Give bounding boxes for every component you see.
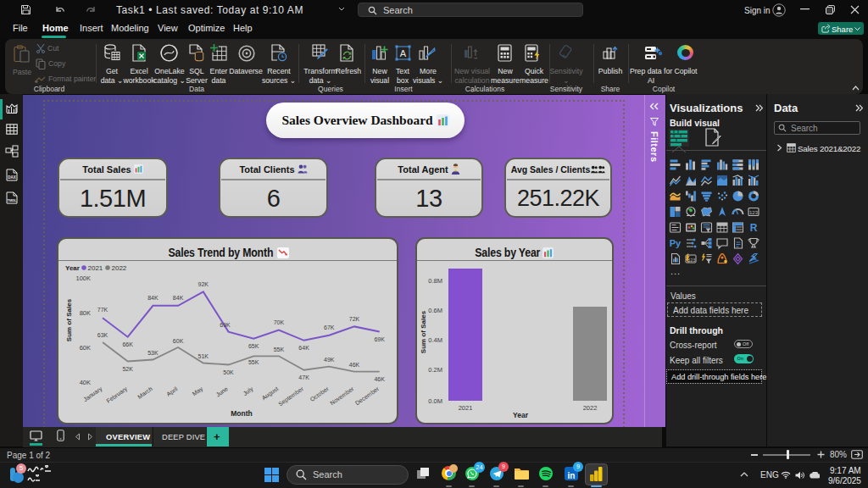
svg-text:0.2M: 0.2M (428, 366, 442, 374)
svg-text:May: May (192, 385, 205, 397)
svg-text:51K: 51K (198, 353, 209, 359)
svg-text:47K: 47K (298, 374, 309, 380)
svg-text:2022: 2022 (112, 264, 127, 272)
svg-text:April: April (165, 385, 179, 398)
svg-text:77K: 77K (97, 307, 108, 313)
svg-text:55K: 55K (248, 359, 259, 365)
svg-text:0.4M: 0.4M (428, 336, 442, 344)
svg-text:64K: 64K (298, 345, 309, 351)
svg-text:Year: Year (65, 264, 80, 272)
svg-text:53K: 53K (147, 350, 159, 356)
svg-text:60K: 60K (173, 338, 184, 344)
svg-text:84K: 84K (173, 295, 184, 301)
svg-text:63K: 63K (97, 332, 108, 338)
svg-text:DAX: DAX (8, 175, 16, 180)
svg-text:69K: 69K (374, 336, 385, 342)
svg-text:Py: Py (670, 238, 682, 248)
svg-text:72K: 72K (349, 316, 360, 322)
svg-text:2021: 2021 (459, 404, 473, 412)
svg-text:50K: 50K (223, 369, 234, 375)
svg-text:69K: 69K (220, 322, 231, 328)
svg-text:0.6M: 0.6M (428, 307, 442, 314)
svg-text:123: 123 (688, 258, 696, 263)
svg-text:70K: 70K (274, 319, 285, 325)
svg-text:55K: 55K (274, 347, 285, 352)
svg-text:0.8M: 0.8M (428, 277, 442, 285)
svg-text:TMDL: TMDL (7, 198, 17, 202)
svg-text:65K: 65K (248, 343, 259, 349)
svg-text:2021: 2021 (88, 264, 103, 272)
svg-text:84K: 84K (147, 295, 159, 301)
svg-text:August: August (261, 385, 280, 402)
svg-text:123: 123 (749, 210, 759, 215)
svg-text:R: R (750, 222, 758, 234)
svg-text:46K: 46K (349, 362, 360, 368)
svg-text:Month: Month (231, 409, 253, 418)
svg-text:December: December (354, 385, 381, 407)
svg-text:2022: 2022 (583, 404, 598, 412)
svg-text:January: January (82, 385, 103, 403)
svg-text:June: June (215, 385, 230, 398)
svg-text:September: September (277, 385, 305, 408)
svg-text:0.0M: 0.0M (428, 397, 442, 405)
svg-text:October: October (309, 385, 330, 402)
svg-text:Year: Year (513, 411, 529, 419)
svg-text:66K: 66K (122, 341, 133, 347)
svg-text:February: February (105, 385, 129, 405)
svg-text:46K: 46K (374, 376, 385, 382)
svg-text:November: November (329, 385, 355, 407)
svg-text:Sum of Sales: Sum of Sales (65, 298, 73, 341)
svg-text:67K: 67K (324, 324, 335, 330)
svg-text:92K: 92K (198, 281, 209, 287)
svg-text:60K: 60K (80, 344, 91, 352)
svg-text:Sum of Sales: Sum of Sales (420, 310, 427, 353)
svg-text:52K: 52K (122, 366, 133, 372)
svg-text:July: July (242, 385, 255, 397)
svg-text:49K: 49K (324, 357, 335, 363)
svg-text:40K: 40K (80, 379, 91, 386)
svg-text:March: March (136, 385, 153, 400)
svg-text:80K: 80K (80, 309, 91, 317)
svg-text:100K: 100K (75, 274, 91, 282)
svg-text:A: A (400, 48, 407, 58)
